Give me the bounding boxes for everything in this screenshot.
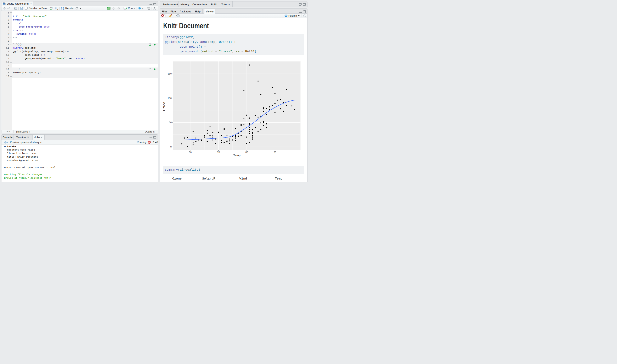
svg-text:Ozone: Ozone: [163, 102, 166, 111]
svg-text:90: 90: [274, 151, 276, 154]
svg-text:60: 60: [189, 151, 192, 154]
svg-text:80: 80: [246, 151, 248, 154]
svg-text:70: 70: [217, 151, 220, 154]
svg-text:0: 0: [170, 145, 171, 148]
svg-text:50: 50: [169, 121, 172, 124]
svg-text:ABC: ABC: [50, 7, 53, 9]
svg-text:STOP: STOP: [148, 142, 151, 143]
svg-text:100: 100: [168, 97, 172, 99]
svg-text:150: 150: [168, 72, 172, 75]
svg-text:C: C: [108, 7, 110, 10]
svg-text:Temp: Temp: [233, 154, 240, 157]
